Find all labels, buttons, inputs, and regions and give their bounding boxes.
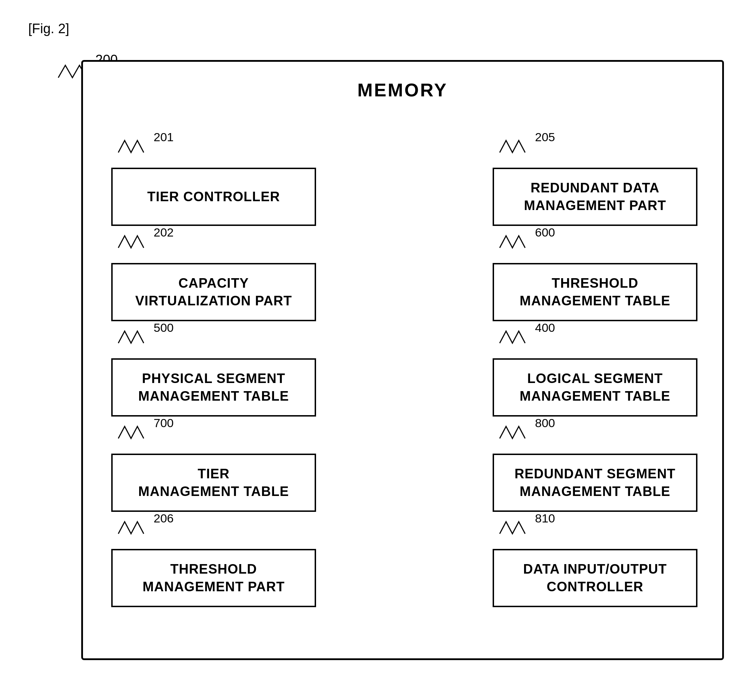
ref-206-label: 206 [154, 511, 174, 525]
ref-810-zigzag [496, 519, 535, 536]
ref-205-zigzag [496, 138, 535, 155]
ref-205-label: 205 [535, 130, 555, 144]
ref-600-label: 600 [535, 226, 555, 239]
tier-controller-label: TIER CONTROLLER [147, 188, 280, 205]
redundant-segment-box: REDUNDANT SEGMENTMANAGEMENT TABLE [493, 453, 697, 512]
threshold-management-part-box: THRESHOLDMANAGEMENT PART [111, 549, 316, 607]
logical-segment-box: LOGICAL SEGMENTMANAGEMENT TABLE [493, 358, 697, 416]
ref-810-label: 810 [535, 511, 555, 525]
capacity-virtualization-box: CAPACITYVIRTUALIZATION PART [111, 263, 316, 321]
memory-title: MEMORY [357, 80, 448, 100]
data-io-controller-box: DATA INPUT/OUTPUTCONTROLLER [493, 549, 697, 607]
fig-label: [Fig. 2] [28, 21, 69, 36]
ref-202-zigzag [115, 233, 154, 251]
threshold-management-table-label: THRESHOLDMANAGEMENT TABLE [520, 275, 670, 310]
ref-206-zigzag [115, 519, 154, 536]
ref-700-label: 700 [154, 416, 174, 430]
logical-segment-label: LOGICAL SEGMENTMANAGEMENT TABLE [520, 370, 670, 405]
ref-800-label: 800 [535, 416, 555, 430]
tier-controller-box: TIER CONTROLLER [111, 168, 316, 226]
ref-500-zigzag [115, 328, 154, 346]
redundant-segment-label: REDUNDANT SEGMENTMANAGEMENT TABLE [515, 465, 676, 500]
threshold-management-table-box: THRESHOLDMANAGEMENT TABLE [493, 263, 697, 321]
ref-500-label: 500 [154, 321, 174, 335]
tier-management-box: TIERMANAGEMENT TABLE [111, 453, 316, 512]
tier-management-label: TIERMANAGEMENT TABLE [138, 465, 289, 500]
ref-201-label: 201 [154, 130, 174, 144]
ref-600-zigzag [496, 233, 535, 251]
physical-segment-label: PHYSICAL SEGMENTMANAGEMENT TABLE [138, 370, 289, 405]
ref-201-zigzag [115, 138, 154, 155]
ref-800-zigzag [496, 424, 535, 441]
ref-400-zigzag [496, 328, 535, 346]
redundant-data-management-box: REDUNDANT DATAMANAGEMENT PART [493, 168, 697, 226]
page: [Fig. 2] 200 MEMORY 201 TIER CONTROLLER … [0, 0, 743, 700]
ref-202-label: 202 [154, 226, 174, 239]
physical-segment-box: PHYSICAL SEGMENTMANAGEMENT TABLE [111, 358, 316, 416]
redundant-data-management-label: REDUNDANT DATAMANAGEMENT PART [524, 179, 666, 214]
ref-700-zigzag [115, 424, 154, 441]
memory-container: MEMORY 201 TIER CONTROLLER 202 CAPACITYV… [81, 60, 724, 660]
ref-400-label: 400 [535, 321, 555, 335]
data-io-controller-label: DATA INPUT/OUTPUTCONTROLLER [523, 561, 667, 595]
threshold-management-part-label: THRESHOLDMANAGEMENT PART [143, 561, 285, 595]
capacity-virtualization-label: CAPACITYVIRTUALIZATION PART [135, 275, 292, 310]
